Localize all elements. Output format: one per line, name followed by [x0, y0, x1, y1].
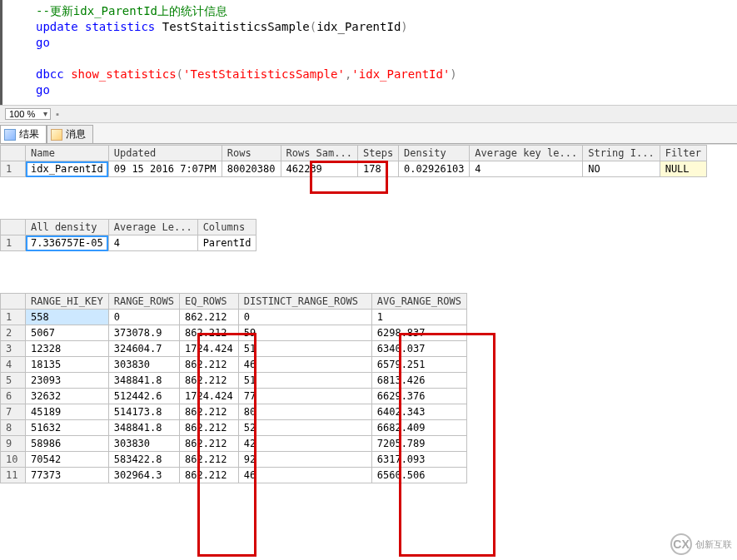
cell[interactable]: 77373 — [26, 468, 109, 483]
cell[interactable]: 42 — [238, 436, 371, 452]
col-steps[interactable]: Steps — [357, 146, 398, 161]
cell[interactable]: 32632 — [26, 389, 109, 404]
cell[interactable]: 6682.409 — [371, 420, 466, 436]
cell[interactable]: 512442.6 — [108, 389, 179, 404]
table-row[interactable]: 1 7.336757E-05 4 ParentId — [1, 235, 256, 251]
cell[interactable]: 862.212 — [179, 357, 238, 373]
cell[interactable]: 0.02926103 — [399, 161, 470, 177]
col-rows[interactable]: Rows — [222, 146, 281, 161]
col-string-index[interactable]: String I... — [583, 146, 660, 161]
col-range-hi-key[interactable]: RANGE_HI_KEY — [26, 294, 109, 310]
table-row[interactable]: 1177373302964.3862.212466560.506 — [1, 468, 467, 483]
cell[interactable]: 862.212 — [179, 310, 238, 325]
tab-messages[interactable]: 消息 — [47, 125, 93, 143]
table-row[interactable]: 745189514173.8862.212806402.343 — [1, 404, 467, 420]
row-number[interactable]: 2 — [1, 325, 26, 341]
stats-header-grid[interactable]: Name Updated Rows Rows Sam... Steps Dens… — [0, 145, 707, 177]
col-name[interactable]: Name — [26, 146, 109, 161]
row-number[interactable]: 4 — [1, 357, 26, 373]
zoom-combo[interactable]: 100 % — [5, 108, 51, 120]
table-row[interactable]: 418135303830862.212466579.251 — [1, 357, 467, 373]
row-number[interactable]: 5 — [1, 373, 26, 389]
col-avg-len[interactable]: Average Le... — [108, 220, 197, 235]
row-number[interactable]: 3 — [1, 341, 26, 357]
col-density[interactable]: Density — [399, 146, 470, 161]
cell[interactable]: 1724.424 — [179, 389, 238, 404]
col-avg-range-rows[interactable]: AVG_RANGE_ROWS — [371, 294, 466, 310]
cell[interactable]: 51632 — [26, 420, 109, 436]
table-row[interactable]: 15580862.21201 — [1, 310, 467, 325]
cell[interactable]: 59 — [238, 325, 371, 341]
row-number[interactable]: 10 — [1, 452, 26, 468]
col-all-density[interactable]: All density — [26, 220, 109, 235]
cell[interactable]: 1724.424 — [179, 341, 238, 357]
row-number[interactable]: 9 — [1, 436, 26, 452]
cell[interactable]: 46 — [238, 468, 371, 483]
table-row[interactable]: 312328324604.71724.424516340.037 — [1, 341, 467, 357]
table-row[interactable]: 632632512442.61724.424776629.376 — [1, 389, 467, 404]
cell[interactable]: 862.212 — [179, 436, 238, 452]
row-number[interactable]: 8 — [1, 420, 26, 436]
cell[interactable]: 6298.837 — [371, 325, 466, 341]
cell[interactable]: 12328 — [26, 341, 109, 357]
cell[interactable]: 5067 — [26, 325, 109, 341]
cell[interactable]: 18135 — [26, 357, 109, 373]
cell[interactable]: 58986 — [26, 436, 109, 452]
cell[interactable]: 45189 — [26, 404, 109, 420]
cell[interactable]: 583422.8 — [108, 452, 179, 468]
table-row[interactable]: 25067373078.9862.212596298.837 — [1, 325, 467, 341]
row-number[interactable]: 6 — [1, 389, 26, 404]
row-number[interactable]: 1 — [1, 161, 26, 177]
cell[interactable]: 303830 — [108, 436, 179, 452]
cell[interactable]: 1 — [371, 310, 466, 325]
cell[interactable]: 0 — [108, 310, 179, 325]
cell[interactable]: 6813.426 — [371, 373, 466, 389]
cell[interactable]: 862.212 — [179, 420, 238, 436]
table-row[interactable]: 958986303830862.212427205.789 — [1, 436, 467, 452]
cell[interactable]: 4 — [108, 235, 197, 251]
cell[interactable]: 80020380 — [222, 161, 281, 177]
cell[interactable]: 80 — [238, 404, 371, 420]
cell[interactable]: 4 — [470, 161, 583, 177]
table-row[interactable]: 523093348841.8862.212516813.426 — [1, 373, 467, 389]
cell[interactable]: 514173.8 — [108, 404, 179, 420]
cell[interactable]: 52 — [238, 420, 371, 436]
col-eq-rows[interactable]: EQ_ROWS — [179, 294, 238, 310]
cell[interactable]: ParentId — [197, 235, 256, 251]
cell[interactable]: 862.212 — [179, 452, 238, 468]
histogram-grid[interactable]: RANGE_HI_KEY RANGE_ROWS EQ_ROWS DISTINCT… — [0, 293, 467, 483]
cell[interactable]: 51 — [238, 373, 371, 389]
cell[interactable]: 6579.251 — [371, 357, 466, 373]
tab-results[interactable]: 结果 — [0, 125, 47, 143]
cell[interactable]: 6560.506 — [371, 468, 466, 483]
cell[interactable]: 92 — [238, 452, 371, 468]
cell[interactable]: 862.212 — [179, 404, 238, 420]
cell[interactable]: 0 — [238, 310, 371, 325]
col-avg-key-len[interactable]: Average key le... — [470, 146, 583, 161]
cell[interactable]: 6317.093 — [371, 452, 466, 468]
cell[interactable]: 7205.789 — [371, 436, 466, 452]
cell[interactable]: 6629.376 — [371, 389, 466, 404]
table-row[interactable]: 1 idx_ParentId 09 15 2016 7:07PM 8002038… — [1, 161, 707, 177]
sql-editor[interactable]: --更新idx_ParentId上的统计信息 update statistics… — [0, 0, 737, 105]
col-rows-sampled[interactable]: Rows Sam... — [281, 146, 357, 161]
row-number[interactable]: 1 — [1, 235, 26, 251]
cell[interactable]: NO — [583, 161, 660, 177]
cell[interactable]: 77 — [238, 389, 371, 404]
cell[interactable]: 7.336757E-05 — [26, 235, 109, 251]
cell[interactable]: 862.212 — [179, 325, 238, 341]
density-grid[interactable]: All density Average Le... Columns 1 7.33… — [0, 219, 256, 251]
cell[interactable]: 6340.037 — [371, 341, 466, 357]
cell[interactable]: idx_ParentId — [26, 161, 109, 177]
cell[interactable]: 46 — [238, 357, 371, 373]
cell[interactable]: 6402.343 — [371, 404, 466, 420]
cell[interactable]: NULL — [660, 161, 706, 177]
cell[interactable]: 324604.7 — [108, 341, 179, 357]
cell[interactable]: 303830 — [108, 357, 179, 373]
cell[interactable]: 09 15 2016 7:07PM — [108, 161, 222, 177]
col-columns[interactable]: Columns — [197, 220, 256, 235]
table-row[interactable]: 1070542583422.8862.212926317.093 — [1, 452, 467, 468]
cell[interactable]: 462239 — [281, 161, 357, 177]
cell[interactable]: 302964.3 — [108, 468, 179, 483]
cell[interactable]: 862.212 — [179, 468, 238, 483]
